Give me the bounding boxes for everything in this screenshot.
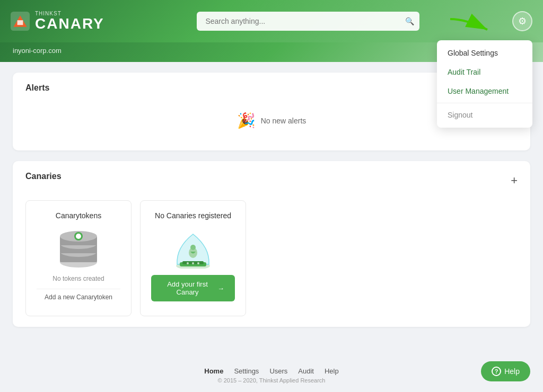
thinkst-logo-icon (11, 12, 30, 31)
add-canary-button[interactable]: + (511, 174, 518, 188)
add-first-canary-button[interactable]: Add your first Canary → (151, 275, 235, 301)
logo-area: THINKST CANARY (11, 11, 104, 32)
settings-gear-button[interactable]: ⚙ (512, 11, 532, 31)
no-alerts-label: No new alerts (261, 117, 306, 125)
settings-dropdown: Global Settings Audit Trail User Managem… (437, 40, 532, 128)
search-button[interactable]: 🔍 (405, 17, 414, 25)
party-icon: 🎉 (237, 112, 256, 129)
logo-main-text: CANARY (35, 15, 104, 32)
svg-point-16 (187, 262, 189, 264)
canarytokens-card-title: Canarytokens (37, 211, 120, 220)
footer-link-settings[interactable]: Settings (234, 367, 259, 375)
canaries-header: Canaries + (25, 172, 518, 190)
dropdown-audit-trail[interactable]: Audit Trail (437, 63, 532, 82)
search-bar: 🔍 (197, 12, 419, 31)
canary-device-svg (169, 226, 217, 269)
dropdown-global-settings[interactable]: Global Settings (437, 43, 532, 63)
dropdown-user-management[interactable]: User Management (437, 82, 532, 101)
canarytokens-image (55, 226, 102, 269)
footer-link-home[interactable]: Home (204, 367, 223, 375)
svg-point-20 (190, 245, 196, 250)
token-stack-svg (55, 228, 102, 268)
dropdown-signout[interactable]: Signout (437, 105, 532, 124)
add-first-canary-label: Add your first Canary (162, 280, 213, 296)
header: THINKST CANARY 🔍 ⚙ Global Settings (0, 0, 543, 42)
canaries-title: Canaries (25, 172, 62, 181)
subdomain-label: inyoni-corp.com (13, 47, 62, 55)
canarytokens-subtitle: No tokens created (37, 275, 120, 282)
help-circle-icon: ? (492, 367, 501, 376)
search-input[interactable] (197, 12, 419, 31)
footer-link-audit[interactable]: Audit (298, 367, 314, 375)
no-canaries-card: No Canaries registered (140, 200, 246, 316)
add-canarytoken-link[interactable]: Add a new Canarytoken (37, 289, 120, 305)
canaries-section: Canaries + Canarytokens (13, 161, 530, 327)
footer-link-users[interactable]: Users (269, 367, 287, 375)
arrow-icon: → (217, 284, 224, 292)
svg-rect-2 (17, 20, 23, 25)
dropdown-divider (437, 103, 532, 103)
logo-text-group: THINKST CANARY (35, 11, 104, 32)
footer: Home Settings Users Audit Help © 2015 – … (0, 359, 543, 392)
help-button[interactable]: ? Help (481, 361, 530, 381)
svg-point-18 (197, 262, 199, 264)
footer-copyright: © 2015 – 2020, Thinkst Applied Research (13, 377, 530, 384)
svg-point-12 (76, 234, 81, 239)
help-button-label: Help (504, 367, 520, 376)
no-canaries-title: No Canaries registered (151, 211, 235, 220)
canary-cards: Canarytokens (25, 200, 518, 316)
header-right: ⚙ Global Settings Audit Trail User Manag… (512, 11, 532, 31)
canary-device-image (169, 226, 217, 269)
gear-icon: ⚙ (518, 15, 527, 27)
canarytokens-card: Canarytokens (25, 200, 132, 316)
footer-links: Home Settings Users Audit Help (13, 367, 530, 375)
footer-link-help[interactable]: Help (325, 367, 339, 375)
svg-point-17 (192, 262, 194, 264)
